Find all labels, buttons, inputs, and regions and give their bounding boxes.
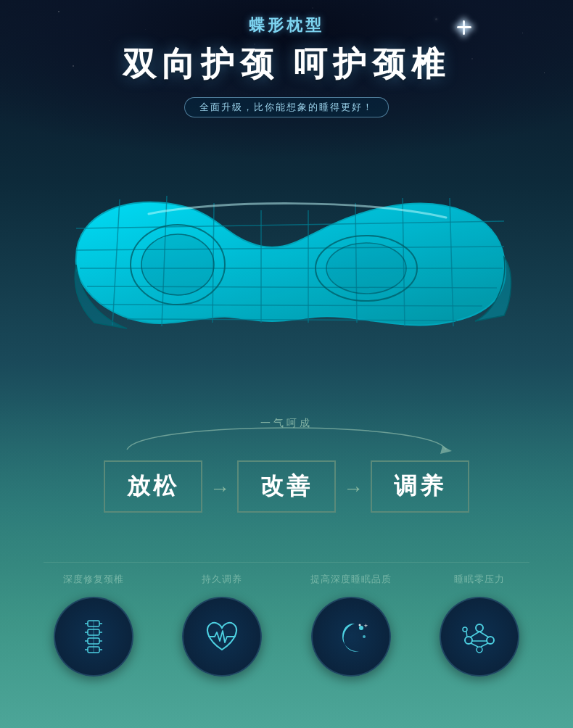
svg-marker-18 [440, 446, 452, 454]
heart-icon-circle [182, 597, 262, 677]
flow-arrow-1: → [210, 473, 230, 500]
feature-label-1: 深度修复颈椎 [43, 573, 144, 586]
feature-label-2: 持久调养 [171, 573, 273, 586]
flow-step-2: 改善 [237, 460, 336, 513]
flow-section: 一气呵成 放松 → 改善 → 调养 [0, 413, 573, 513]
flow-boxes: 放松 → 改善 → 调养 [0, 460, 573, 513]
svg-line-46 [466, 632, 467, 637]
svg-line-42 [479, 632, 489, 637]
svg-point-39 [477, 647, 482, 653]
svg-line-41 [470, 632, 479, 637]
svg-text:一气呵成: 一气呵成 [260, 417, 313, 429]
svg-point-34 [363, 635, 366, 638]
feature-label-3: 提高深度睡眠品质 [300, 573, 402, 586]
tag-box: 全面升级，比你能想象的睡得更好！ [184, 97, 389, 117]
bright-star-icon [457, 20, 471, 35]
features-labels: 深度修复颈椎 持久调养 提高深度睡眠品质 睡眠零压力 [29, 573, 544, 586]
svg-point-33 [359, 626, 363, 630]
moon-icon-circle [311, 597, 391, 677]
feature-label-4: 睡眠零压力 [429, 573, 530, 586]
features-section: 深度修复颈椎 持久调养 提高深度睡眠品质 睡眠零压力 [0, 573, 573, 677]
pillow-section [40, 131, 533, 384]
svg-point-17 [326, 243, 406, 294]
svg-line-44 [471, 643, 478, 647]
arc-svg: 一气呵成 [105, 413, 468, 457]
subtitle: 蝶形枕型 [0, 15, 573, 36]
divider [44, 562, 529, 563]
features-icons [29, 597, 544, 677]
tag-text: 全面升级，比你能想象的睡得更好！ [199, 102, 374, 112]
svg-point-36 [476, 624, 483, 632]
spine-icon [72, 615, 115, 658]
pillow-svg [40, 131, 533, 384]
heart-icon [200, 615, 244, 658]
moon-icon [329, 615, 373, 658]
svg-point-35 [358, 624, 360, 626]
spine-icon-circle [54, 597, 133, 677]
svg-point-40 [463, 627, 467, 632]
molecule-icon [458, 615, 501, 658]
flow-arrow-2: → [343, 473, 363, 500]
flow-step-3: 调养 [371, 460, 469, 513]
flow-step-1: 放松 [104, 460, 202, 513]
svg-line-45 [481, 643, 488, 647]
svg-point-15 [141, 234, 214, 295]
page-container: 蝶形枕型 双向护颈 呵护颈椎 全面升级，比你能想象的睡得更好！ [0, 0, 573, 728]
main-title: 双向护颈 呵护颈椎 [0, 42, 573, 87]
header-section: 蝶形枕型 双向护颈 呵护颈椎 全面升级，比你能想象的睡得更好！ [0, 15, 573, 117]
molecule-icon-circle [440, 597, 519, 677]
arc-container: 一气呵成 [105, 413, 468, 457]
